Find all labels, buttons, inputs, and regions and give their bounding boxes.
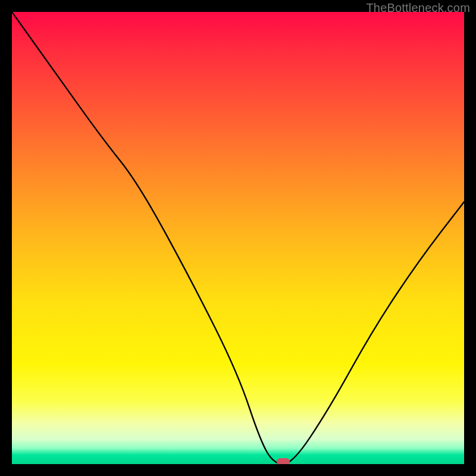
optimal-point-marker [277, 458, 290, 464]
watermark-text: TheBottleneck.com [366, 1, 470, 15]
bottleneck-curve [12, 12, 464, 464]
chart-frame: TheBottleneck.com [0, 0, 476, 476]
plot-area [12, 12, 464, 464]
